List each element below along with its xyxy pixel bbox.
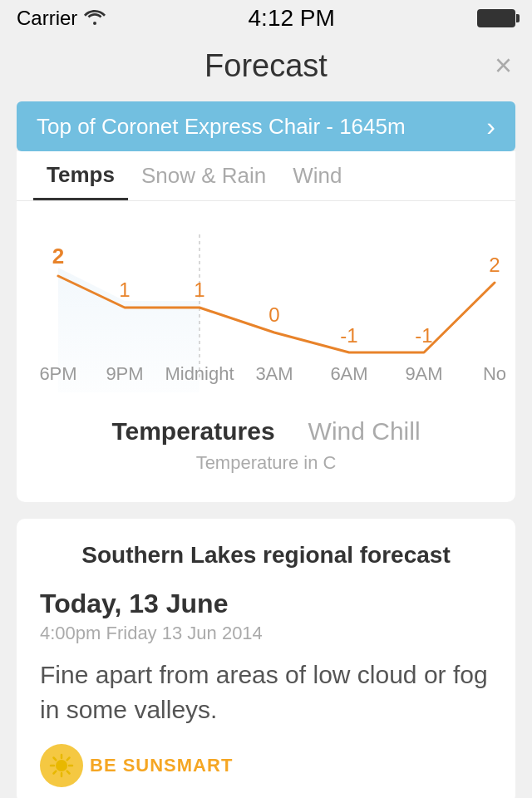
wifi-icon: [84, 7, 106, 30]
svg-line-22: [67, 771, 70, 774]
tab-wind[interactable]: Wind: [279, 151, 355, 200]
sub-tab-bar: Temperatures Wind Chill: [17, 401, 515, 452]
svg-text:9AM: 9AM: [405, 363, 442, 384]
regional-forecast-card: Southern Lakes regional forecast Today, …: [17, 519, 515, 798]
forecast-date: Today, 13 June: [40, 589, 492, 619]
svg-text:No: No: [483, 363, 506, 384]
sunsmart-sun-icon: [40, 744, 83, 787]
sunsmart-text: BE SUNSMART: [90, 755, 233, 776]
svg-text:0: 0: [268, 303, 279, 326]
carrier-text: Carrier: [17, 7, 77, 30]
forecast-datetime: 4:00pm Friday 13 Jun 2014: [40, 623, 492, 644]
close-button[interactable]: ×: [495, 51, 512, 81]
main-card: Temps Snow & Rain Wind 2 1 1 0 -1 -1: [17, 151, 515, 502]
svg-text:1: 1: [119, 278, 130, 301]
svg-text:2: 2: [489, 254, 500, 276]
svg-text:-1: -1: [415, 324, 432, 347]
svg-line-24: [54, 771, 57, 774]
svg-text:3AM: 3AM: [255, 363, 293, 384]
location-name: Top of Coronet Express Chair - 1645m: [37, 114, 406, 140]
chart-container: 2 1 1 0 -1 -1 2 6PM 9PM Midnight 3AM 6AM…: [17, 201, 515, 401]
svg-point-16: [56, 760, 67, 771]
carrier-wifi: Carrier: [17, 7, 106, 30]
chart-unit-label: Temperature in C: [17, 452, 515, 482]
chevron-right-icon: ›: [486, 111, 495, 142]
forecast-description: Fine apart from areas of low cloud or fo…: [40, 658, 492, 727]
tab-bar: Temps Snow & Rain Wind: [17, 151, 515, 201]
regional-forecast-title: Southern Lakes regional forecast: [40, 542, 492, 569]
temperature-chart: 2 1 1 0 -1 -1 2 6PM 9PM Midnight 3AM 6AM…: [17, 218, 515, 392]
svg-line-23: [67, 758, 70, 761]
svg-text:9PM: 9PM: [106, 363, 143, 384]
battery-icon: [477, 9, 515, 27]
page-title: Forecast: [204, 48, 328, 84]
sub-tab-temperatures[interactable]: Temperatures: [111, 417, 274, 446]
svg-text:Midnight: Midnight: [165, 363, 234, 384]
sunsmart-row: BE SUNSMART: [40, 744, 492, 787]
location-bar[interactable]: Top of Coronet Express Chair - 1645m ›: [17, 101, 515, 151]
tab-temps[interactable]: Temps: [33, 151, 128, 200]
tab-snow-rain[interactable]: Snow & Rain: [128, 151, 279, 200]
svg-line-21: [54, 758, 57, 761]
svg-text:6AM: 6AM: [330, 363, 367, 384]
sub-tab-wind-chill[interactable]: Wind Chill: [308, 417, 421, 446]
status-bar: Carrier 4:12 PM: [0, 0, 532, 37]
header: Forecast ×: [0, 37, 532, 95]
svg-text:6PM: 6PM: [39, 363, 76, 384]
time-display: 4:12 PM: [249, 5, 335, 32]
svg-text:-1: -1: [340, 324, 357, 347]
sunsmart-badge: BE SUNSMART: [40, 744, 233, 787]
svg-text:1: 1: [194, 278, 204, 301]
svg-text:2: 2: [52, 244, 64, 268]
